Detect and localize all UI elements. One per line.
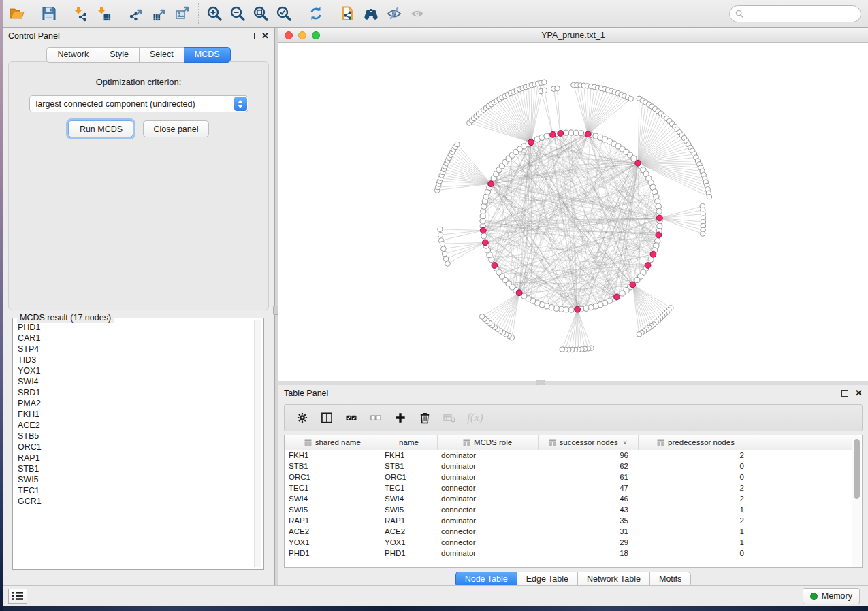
- table-row[interactable]: SWI4SWI4dominator462: [285, 493, 856, 504]
- close-panel-icon[interactable]: ✕: [855, 390, 863, 397]
- export-image-icon[interactable]: [171, 3, 194, 24]
- list-item[interactable]: PHD1: [18, 322, 254, 333]
- float-panel-icon[interactable]: [841, 390, 848, 397]
- graph-node[interactable]: [620, 291, 625, 296]
- table-row[interactable]: STB1STB1dominator620: [285, 461, 856, 472]
- list-item[interactable]: FKH1: [18, 409, 254, 420]
- graph-node[interactable]: [455, 142, 460, 147]
- list-item[interactable]: GCR1: [18, 496, 254, 507]
- graph-node[interactable]: [542, 80, 547, 85]
- graph-node[interactable]: [579, 131, 584, 136]
- graph-node[interactable]: [441, 246, 447, 252]
- list-item[interactable]: STB1: [18, 463, 254, 474]
- graph-node[interactable]: [628, 96, 634, 101]
- graph-hub-node[interactable]: [575, 306, 581, 312]
- graph-node[interactable]: [707, 194, 712, 199]
- graph-node[interactable]: [560, 347, 565, 352]
- list-item[interactable]: PMA2: [18, 398, 254, 409]
- column-header-shared-name[interactable]: shared name: [285, 435, 381, 450]
- network-window-titlebar[interactable]: YPA_prune.txt_1: [278, 28, 868, 43]
- table-row[interactable]: PHD1PHD1dominator180: [285, 548, 856, 559]
- graph-node[interactable]: [481, 233, 487, 239]
- graph-node[interactable]: [700, 231, 705, 237]
- graph-hub-node[interactable]: [480, 227, 486, 233]
- graph-node[interactable]: [445, 261, 451, 267]
- deselect-all-rows-icon[interactable]: [369, 411, 383, 425]
- apply-layout-icon[interactable]: [304, 3, 327, 24]
- graph-node[interactable]: [443, 257, 449, 262]
- graph-node[interactable]: [438, 227, 443, 232]
- table-row[interactable]: FKH1FKH1dominator962: [285, 450, 856, 461]
- tab-select[interactable]: Select: [139, 47, 184, 63]
- create-column-icon[interactable]: [393, 411, 407, 425]
- network-canvas[interactable]: [278, 43, 868, 381]
- hide-selected-icon[interactable]: [383, 3, 406, 24]
- graph-hub-node[interactable]: [645, 263, 651, 269]
- graph-hub-node[interactable]: [550, 131, 556, 137]
- open-file-icon[interactable]: [5, 3, 29, 24]
- graph-node[interactable]: [634, 278, 640, 283]
- table-row[interactable]: ORC1ORC1dominator610: [285, 472, 856, 482]
- list-item[interactable]: STB5: [18, 431, 254, 442]
- list-item[interactable]: RAP1: [18, 452, 254, 463]
- delete-table-icon[interactable]: [443, 411, 456, 425]
- graph-hub-node[interactable]: [614, 294, 620, 300]
- close-panel-icon[interactable]: ✕: [261, 33, 269, 39]
- zoom-selected-icon[interactable]: [272, 3, 295, 24]
- table-row[interactable]: ACE2ACE2connector311: [285, 526, 856, 537]
- tab-network[interactable]: Network: [46, 47, 99, 63]
- import-network-icon[interactable]: [69, 3, 93, 24]
- graph-hub-node[interactable]: [585, 131, 591, 137]
- graph-hub-node[interactable]: [657, 215, 663, 221]
- memory-button[interactable]: Memory: [803, 588, 860, 604]
- close-panel-button[interactable]: Close panel: [143, 120, 208, 137]
- zoom-fit-icon[interactable]: [249, 3, 272, 24]
- mcds-result-list[interactable]: PHD1CAR1STP4TID3YOX1SWI4SRD1PMA2FKH1ACE2…: [15, 320, 254, 567]
- graph-hub-node[interactable]: [483, 240, 489, 246]
- list-item[interactable]: YOX1: [18, 365, 254, 376]
- tab-mcds[interactable]: MCDS: [184, 47, 231, 63]
- table-row[interactable]: SWI5SWI5connector431: [285, 504, 856, 515]
- import-table-icon[interactable]: [93, 3, 116, 24]
- column-header-name[interactable]: name: [381, 435, 437, 450]
- function-builder-icon[interactable]: f(x): [467, 411, 483, 425]
- zoom-in-icon[interactable]: [203, 3, 226, 24]
- column-header-predecessor-nodes[interactable]: predecessor nodes: [638, 435, 754, 450]
- table-scrollbar-thumb[interactable]: [854, 439, 860, 499]
- graph-node[interactable]: [631, 156, 637, 161]
- show-panels-button[interactable]: [8, 589, 27, 604]
- graph-hub-node[interactable]: [630, 282, 636, 288]
- graph-node[interactable]: [440, 242, 445, 247]
- find-icon[interactable]: [359, 3, 383, 24]
- criterion-dropdown[interactable]: largest connected component (undirected): [29, 95, 248, 112]
- graph-node[interactable]: [555, 86, 560, 91]
- clone-network-icon[interactable]: [336, 3, 359, 24]
- result-list-scrollbar[interactable]: [254, 320, 261, 567]
- column-header-successor-nodes[interactable]: successor nodes∨: [538, 435, 638, 450]
- export-table-icon[interactable]: [148, 3, 171, 24]
- list-item[interactable]: CAR1: [18, 333, 254, 344]
- search-box[interactable]: [729, 5, 861, 22]
- graph-node[interactable]: [637, 332, 642, 337]
- graph-hub-node[interactable]: [488, 181, 494, 187]
- list-item[interactable]: SWI4: [18, 376, 254, 387]
- graph-hub-node[interactable]: [656, 232, 662, 238]
- graph-hub-node[interactable]: [650, 251, 656, 257]
- list-item[interactable]: ACE2: [18, 420, 254, 431]
- export-network-icon[interactable]: [125, 3, 148, 24]
- tab-style[interactable]: Style: [99, 47, 139, 63]
- graph-node[interactable]: [542, 88, 547, 93]
- graph-hub-node[interactable]: [635, 160, 641, 166]
- column-header-MCDS-role[interactable]: MCDS role: [437, 435, 538, 450]
- table-scrollbar-track[interactable]: [852, 436, 861, 567]
- delete-columns-icon[interactable]: [418, 411, 432, 425]
- list-item[interactable]: SWI5: [18, 474, 254, 485]
- zoom-out-icon[interactable]: [226, 3, 249, 24]
- show-all-icon[interactable]: [406, 3, 429, 24]
- graph-node[interactable]: [564, 130, 569, 135]
- list-item[interactable]: STP4: [18, 344, 254, 354]
- float-panel-icon[interactable]: [248, 33, 255, 39]
- list-item[interactable]: SRD1: [18, 387, 254, 398]
- graph-node[interactable]: [479, 314, 485, 320]
- show-columns-icon[interactable]: [320, 411, 334, 425]
